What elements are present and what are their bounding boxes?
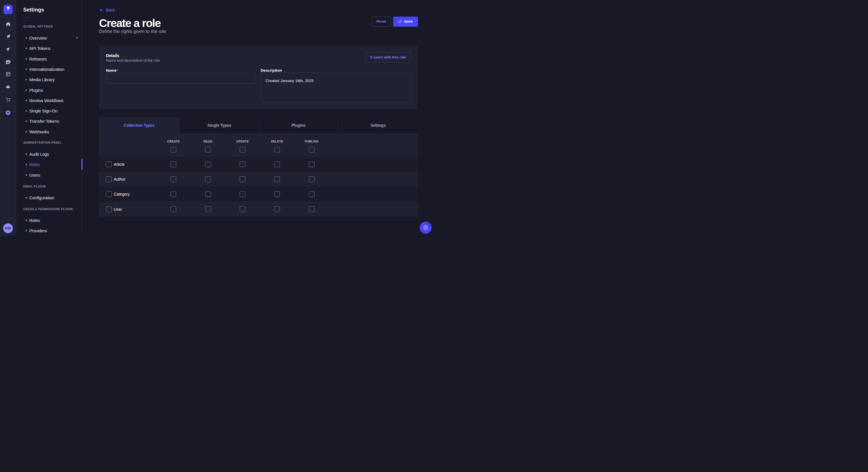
svg-text:?: ?: [425, 226, 427, 229]
